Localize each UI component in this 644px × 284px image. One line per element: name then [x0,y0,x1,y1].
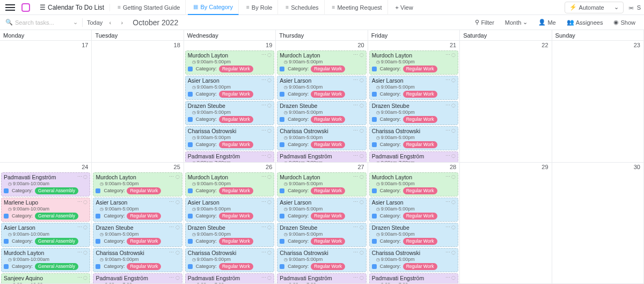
calendar-event[interactable]: ⋯ ◌Asier Larson◷9:00am-5:00pmCategory:Re… [369,76,458,100]
event-menu-icon[interactable]: ⋯ ◌ [261,174,272,180]
event-menu-icon[interactable]: ⋯ ◌ [353,153,364,159]
category-pill[interactable]: Regular Work [403,263,437,270]
calendar-cell[interactable]: 26⋯ ◌Murdoch Layton◷9:00am-5:00pmCategor… [184,163,276,284]
calendar-event[interactable]: ⋯ ◌Padmavati Engström◷9:00am-10:00amCate… [1,172,90,196]
calendar-event[interactable]: ⋯ ◌Padmavati Engström◷9:00am-7:00pmCateg… [369,151,458,163]
event-menu-icon[interactable]: ⋯ ◌ [353,103,364,108]
category-pill[interactable]: Regular Work [219,116,253,123]
calendar-event[interactable]: ⋯ ◌Padmavati Engström◷9:00am-7:00pmCateg… [369,273,458,284]
chevron-down-icon[interactable]: ⌄ [73,19,78,26]
calendar-cell[interactable]: 30 [552,163,644,284]
show-button[interactable]: ◉Show [610,19,639,26]
prev-month-button[interactable]: ‹ [106,19,114,26]
calendar-event[interactable]: ⋯ ◌Padmavati Engström◷9:00am-7:00pmCateg… [93,273,182,284]
calendar-event[interactable]: ⋯ ◌Murdoch Layton◷9:00am-5:00pmCategory:… [369,172,458,196]
search-input[interactable]: 🔍 Search tasks... ⌄ [5,19,78,26]
category-pill[interactable]: Regular Work [311,263,345,270]
event-menu-icon[interactable]: ⋯ ◌ [261,250,272,256]
workspace-logo-icon[interactable] [21,3,30,12]
event-menu-icon[interactable]: ⋯ ◌ [261,103,272,108]
event-menu-icon[interactable]: ⋯ ◌ [261,224,272,230]
calendar-event[interactable]: ⋯ ◌Sanjeev Aquino◷9:00am-10:00amCategory… [1,273,90,284]
category-pill[interactable]: General Assembly [35,213,78,220]
event-menu-icon[interactable]: ⋯ ◌ [261,199,272,205]
category-pill[interactable]: Regular Work [311,238,345,245]
event-menu-icon[interactable]: ⋯ ◌ [445,250,456,256]
category-pill[interactable]: Regular Work [311,213,345,220]
assignees-button[interactable]: 👥Assignees [564,19,606,26]
category-pill[interactable]: Regular Work [311,116,345,123]
event-menu-icon[interactable]: ⋯ ◌ [445,128,456,134]
category-pill[interactable]: Regular Work [311,91,345,98]
event-menu-icon[interactable]: ⋯ ◌ [261,153,272,159]
category-pill[interactable]: Regular Work [219,238,253,245]
category-pill[interactable]: Regular Work [403,238,437,245]
event-menu-icon[interactable]: ⋯ ◌ [353,224,364,230]
category-pill[interactable]: Regular Work [127,187,161,194]
calendar-event[interactable]: ⋯ ◌Murdoch Layton◷9:00am-10:00amCategory… [1,248,90,272]
event-menu-icon[interactable]: ⋯ ◌ [445,52,456,58]
event-menu-icon[interactable]: ⋯ ◌ [261,52,272,58]
event-menu-icon[interactable]: ⋯ ◌ [169,199,180,205]
calendar-event[interactable]: ⋯ ◌Padmavati Engström◷9:00am-7:00pmCateg… [277,273,366,284]
event-menu-icon[interactable]: ⋯ ◌ [445,224,456,230]
category-pill[interactable]: Regular Work [219,141,253,148]
calendar-event[interactable]: ⋯ ◌Drazen Steube◷9:00am-5:00pmCategory:R… [369,101,458,125]
calendar-event[interactable]: ⋯ ◌Charissa Ostrowski◷9:00am-5:00pmCateg… [369,248,458,272]
event-menu-icon[interactable]: ⋯ ◌ [445,77,456,83]
category-pill[interactable]: Regular Work [311,187,345,194]
calendar-event[interactable]: ⋯ ◌Padmavati Engström◷9:00am-7:00pmCateg… [277,151,366,163]
calendar-event[interactable]: ⋯ ◌Padmavati Engström◷9:00am-7:00pmCateg… [185,273,274,284]
calendar-cell[interactable]: 20⋯ ◌Murdoch Layton◷9:00am-5:00pmCategor… [276,41,368,163]
event-menu-icon[interactable]: ⋯ ◌ [445,153,456,159]
hamburger-icon[interactable] [5,4,15,11]
calendar-event[interactable]: ⋯ ◌Drazen Steube◷9:00am-5:00pmCategory:R… [185,101,274,125]
calendar-cell[interactable]: 28⋯ ◌Murdoch Layton◷9:00am-5:00pmCategor… [368,163,460,284]
category-pill[interactable]: General Assembly [35,187,78,194]
calendar-event[interactable]: ⋯ ◌Asier Larson◷9:00am-5:00pmCategory:Re… [369,198,458,222]
event-menu-icon[interactable]: ⋯ ◌ [353,128,364,134]
calendar-cell[interactable]: 23 [552,41,644,163]
calendar-event[interactable]: ⋯ ◌Charissa Ostrowski◷9:00am-5:00pmCateg… [93,248,182,272]
event-menu-icon[interactable]: ⋯ ◌ [77,250,88,256]
me-button[interactable]: 👤Me [535,19,559,26]
share-icon[interactable]: ⫘ [628,4,634,11]
category-pill[interactable]: Regular Work [219,187,253,194]
view-tab-by-role[interactable]: ≡By Role [241,0,278,15]
event-menu-icon[interactable]: ⋯ ◌ [261,77,272,83]
today-button[interactable]: Today [87,19,103,26]
filter-button[interactable]: ⚲Filter [472,19,497,26]
event-menu-icon[interactable]: ⋯ ◌ [261,128,272,134]
event-menu-icon[interactable]: ⋯ ◌ [353,174,364,180]
calendar-event[interactable]: ⋯ ◌Asier Larson◷9:00am-5:00pmCategory:Re… [277,198,366,222]
calendar-event[interactable]: ⋯ ◌Asier Larson◷9:00am-5:00pmCategory:Re… [93,198,182,222]
event-menu-icon[interactable]: ⋯ ◌ [445,103,456,108]
event-menu-icon[interactable]: ⋯ ◌ [169,224,180,230]
calendar-event[interactable]: ⋯ ◌Asier Larson◷9:00am-5:00pmCategory:Re… [185,76,274,100]
calendar-event[interactable]: ⋯ ◌Charissa Ostrowski◷9:00am-5:00pmCateg… [277,126,366,150]
event-menu-icon[interactable]: ⋯ ◌ [445,199,456,205]
category-pill[interactable]: Regular Work [219,91,253,98]
category-pill[interactable]: Regular Work [403,91,437,98]
calendar-event[interactable]: ⋯ ◌Asier Larson◷9:00am-5:00pmCategory:Re… [185,198,274,222]
calendar-cell[interactable]: 24⋯ ◌Padmavati Engström◷9:00am-10:00amCa… [0,163,92,284]
category-pill[interactable]: Regular Work [127,213,161,220]
add-view-button[interactable]: + View [390,0,419,15]
event-menu-icon[interactable]: ⋯ ◌ [353,250,364,256]
category-pill[interactable]: Regular Work [311,141,345,148]
view-tab-getting-started-guide[interactable]: ≡Getting Started Guide [112,0,186,15]
event-menu-icon[interactable]: ⋯ ◌ [353,77,364,83]
category-pill[interactable]: Regular Work [403,187,437,194]
calendar-event[interactable]: ⋯ ◌Asier Larson◷9:00am-10:00amCategory:G… [1,223,90,247]
category-pill[interactable]: Regular Work [219,263,253,270]
calendar-cell[interactable]: 25⋯ ◌Murdoch Layton◷9:00am-5:00pmCategor… [92,163,184,284]
calendar-event[interactable]: ⋯ ◌Charissa Ostrowski◷9:00am-5:00pmCateg… [277,248,366,272]
category-pill[interactable]: Regular Work [403,116,437,123]
category-pill[interactable]: General Assembly [35,263,78,270]
calendar-event[interactable]: ⋯ ◌Marlene Lupo◷9:00am-10:00amCategory:G… [1,198,90,222]
calendar-event[interactable]: ⋯ ◌Murdoch Layton◷9:00am-5:00pmCategory:… [93,172,182,196]
calendar-cell[interactable]: 21⋯ ◌Murdoch Layton◷9:00am-5:00pmCategor… [368,41,460,163]
category-pill[interactable]: Regular Work [403,65,437,72]
calendar-cell[interactable]: 27⋯ ◌Murdoch Layton◷9:00am-5:00pmCategor… [276,163,368,284]
automate-button[interactable]: ⚡ Automate ⌄ [565,2,624,13]
